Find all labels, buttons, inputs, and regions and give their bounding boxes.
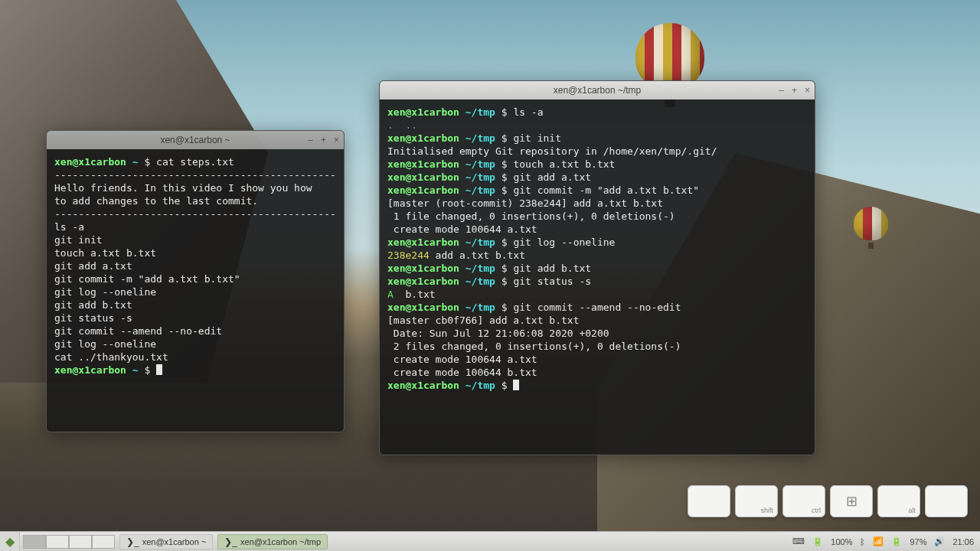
minimize-icon[interactable]: – <box>779 81 784 99</box>
terminal-body[interactable]: xen@x1carbon ~/tmp $ ls -a . .. xen@x1ca… <box>380 99 815 398</box>
terminal-body[interactable]: xen@x1carbon ~ $ cat steps.txt ---------… <box>47 149 344 383</box>
taskbar-button-terminal-2[interactable]: ❯_ xen@x1carbon ~/tmp <box>217 534 328 549</box>
start-menu-icon[interactable]: ◆ <box>0 532 20 552</box>
taskbar-label: xen@x1carbon ~ <box>142 537 207 546</box>
maximize-icon[interactable]: + <box>792 81 797 99</box>
battery2-percent: 97% <box>910 537 926 546</box>
key-alt: alt <box>877 485 920 517</box>
window-titlebar[interactable]: xen@x1carbon ~/tmp – + × <box>380 81 815 99</box>
terminal-window-tmp[interactable]: xen@x1carbon ~/tmp – + × xen@x1carbon ~/… <box>379 80 815 455</box>
cursor <box>156 364 162 375</box>
maximize-icon[interactable]: + <box>321 131 326 149</box>
key-blank <box>925 485 968 517</box>
workspace-switcher[interactable] <box>23 535 115 549</box>
window-title: xen@x1carbon ~/tmp <box>554 85 642 96</box>
cursor <box>513 380 519 390</box>
taskbar-label: xen@x1carbon ~/tmp <box>240 537 321 546</box>
wallpaper-balloon-small <box>854 207 888 249</box>
key-shift: shift <box>735 485 778 517</box>
close-icon[interactable]: × <box>334 131 339 149</box>
close-icon[interactable]: × <box>805 81 810 99</box>
workspace-3[interactable] <box>69 535 92 549</box>
workspace-2[interactable] <box>46 535 69 549</box>
system-tray[interactable]: ⌨ 🔋 100% ᛒ 📶 🔋 97% 🔊 21:06 <box>786 536 980 546</box>
workspace-4[interactable] <box>92 535 115 549</box>
terminal-window-steps[interactable]: xen@x1carbon ~ – + × xen@x1carbon ~ $ ca… <box>46 130 345 432</box>
key-blank <box>688 485 730 517</box>
clock[interactable]: 21:06 <box>952 537 974 546</box>
terminal-icon: ❯_ <box>126 536 139 547</box>
taskbar-button-terminal-1[interactable]: ❯_ xen@x1carbon ~ <box>119 534 213 549</box>
battery-icon[interactable]: 🔋 <box>812 536 823 546</box>
battery-percent: 100% <box>831 537 852 546</box>
key-super: ⊞ <box>830 485 873 517</box>
battery2-icon[interactable]: 🔋 <box>891 536 902 546</box>
taskbar[interactable]: ◆ ❯_ xen@x1carbon ~ ❯_ xen@x1carbon ~/tm… <box>0 531 980 551</box>
window-title: xen@x1carbon ~ <box>160 135 230 145</box>
workspace-1[interactable] <box>23 535 46 549</box>
bluetooth-icon[interactable]: ᛒ <box>860 537 865 546</box>
minimize-icon[interactable]: – <box>308 131 313 149</box>
volume-icon[interactable]: 🔊 <box>934 536 945 546</box>
window-titlebar[interactable]: xen@x1carbon ~ – + × <box>47 131 344 149</box>
key-screencast: shift ctrl ⊞ alt <box>688 485 968 517</box>
key-ctrl: ctrl <box>782 485 825 517</box>
terminal-icon: ❯_ <box>224 536 237 547</box>
keyboard-icon[interactable]: ⌨ <box>792 536 805 546</box>
wifi-icon[interactable]: 📶 <box>873 536 884 546</box>
